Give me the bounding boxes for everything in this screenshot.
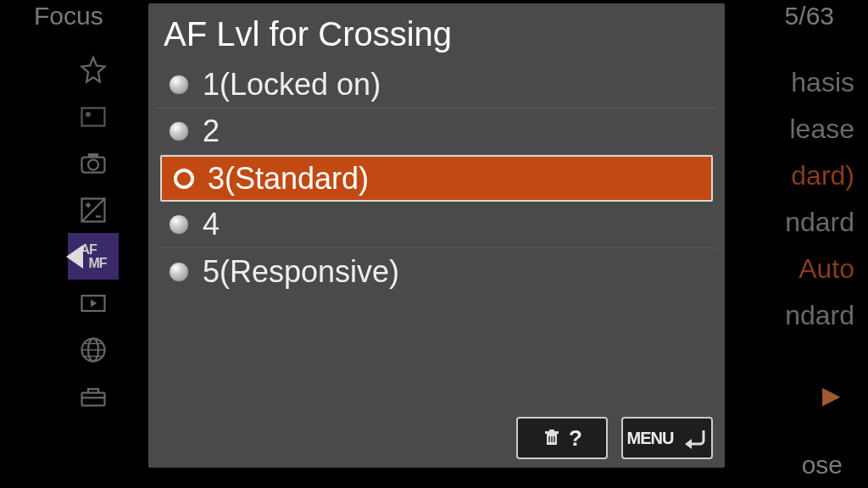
options-list: 1(Locked on) 2 3(Standard) 4 5(Responsiv…	[148, 62, 725, 408]
play-icon	[78, 288, 108, 319]
svg-point-3	[88, 159, 98, 169]
radio-icon	[169, 121, 189, 141]
image-icon	[78, 102, 108, 132]
dialog-footer: ? MENU	[148, 408, 725, 468]
bg-value: Auto	[785, 246, 854, 292]
bg-value: dard)	[785, 152, 854, 199]
radio-icon	[169, 75, 189, 95]
bg-value: ndard	[785, 292, 854, 339]
option-1-locked-on[interactable]: 1(Locked on)	[157, 62, 716, 108]
exposure-icon	[78, 195, 108, 225]
options-dialog: AF Lvl for Crossing 1(Locked on) 2 3(Sta…	[148, 3, 725, 468]
svg-rect-9	[82, 392, 105, 405]
back-arrow-icon	[680, 427, 707, 449]
radio-selected-icon	[174, 169, 194, 189]
bg-right-values: hasis lease dard) ndard Auto ndard	[785, 59, 854, 339]
svg-rect-4	[88, 153, 98, 158]
option-3-standard[interactable]: 3(Standard)	[160, 155, 713, 202]
sidebar-item-star[interactable]	[68, 47, 119, 93]
option-5-responsive[interactable]: 5(Responsive)	[157, 248, 716, 295]
bg-header-left: Focus	[34, 2, 103, 30]
globe-icon	[78, 335, 108, 365]
back-button[interactable]: MENU	[621, 417, 713, 459]
sidebar: AF MF	[68, 47, 127, 419]
bg-scroll-arrow-icon: ▶	[822, 381, 841, 409]
option-label: 3(Standard)	[208, 161, 369, 197]
sidebar-item-setup[interactable]	[68, 373, 119, 419]
sidebar-item-camera[interactable]	[68, 140, 119, 186]
radio-icon	[169, 214, 189, 235]
svg-point-1	[86, 112, 91, 117]
afmf-label: AF MF	[80, 243, 106, 270]
toolbox-icon	[78, 381, 108, 412]
bg-header-right: 5/63	[785, 2, 834, 30]
sidebar-item-exposure-comp[interactable]	[68, 186, 119, 233]
radio-icon	[169, 262, 189, 282]
bg-close-label: ose	[802, 451, 843, 480]
menu-label: MENU	[627, 429, 674, 448]
help-label: ?	[569, 425, 582, 452]
svg-rect-0	[82, 108, 105, 125]
sidebar-item-afmf[interactable]: AF MF	[68, 233, 119, 280]
sidebar-item-playback[interactable]	[68, 280, 119, 326]
help-button[interactable]: ?	[516, 417, 608, 459]
option-label: 4	[203, 207, 220, 242]
camera-icon	[78, 148, 108, 179]
dialog-title: AF Lvl for Crossing	[148, 3, 725, 62]
option-label: 5(Responsive)	[203, 254, 399, 290]
star-icon	[78, 55, 108, 86]
option-2[interactable]: 2	[157, 108, 716, 155]
sidebar-item-exposure[interactable]	[68, 93, 119, 140]
svg-rect-12	[549, 430, 554, 431]
active-indicator-icon	[66, 245, 83, 269]
trash-icon	[542, 428, 562, 448]
bg-value: lease	[785, 106, 854, 152]
svg-rect-11	[545, 431, 559, 434]
option-label: 2	[203, 114, 220, 149]
bg-value: hasis	[785, 59, 854, 106]
option-label: 1(Locked on)	[203, 67, 381, 103]
bg-value: ndard	[785, 199, 854, 246]
option-4[interactable]: 4	[157, 202, 716, 248]
sidebar-item-network[interactable]	[68, 326, 119, 373]
